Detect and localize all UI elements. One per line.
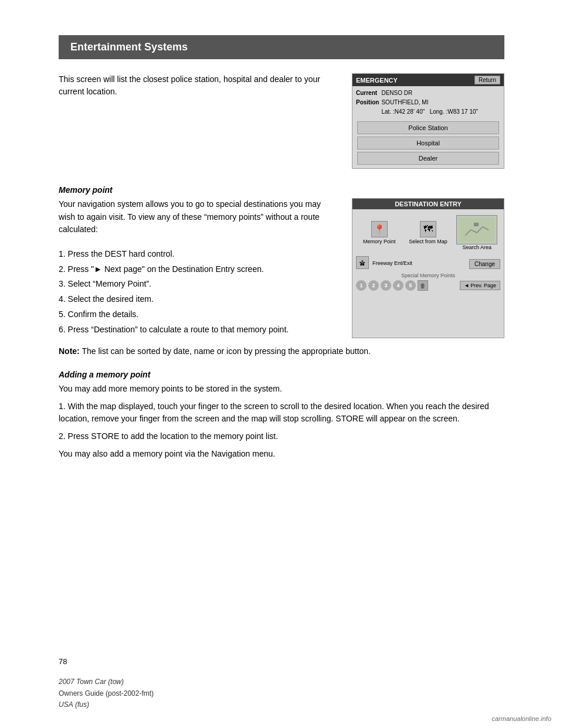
footer-country-italic: (fus) (75, 700, 89, 709)
position-label: Position (356, 98, 381, 107)
footer-line3: USA (fus) (59, 699, 504, 710)
intro-section: This screen will list the closest police… (59, 73, 504, 169)
dest-screen-title: DESTINATION ENTRY (352, 199, 504, 209)
map-svg (459, 218, 494, 241)
header-title: Entertainment Systems (70, 41, 188, 53)
step-6: 6. Press “Destination” to calculate a ro… (59, 324, 338, 336)
footer-car-model-italic: (tow) (108, 678, 124, 686)
lat-value: Lat. :N42 28' 40" (381, 108, 425, 115)
destination-entry-screen: DESTINATION ENTRY 📍 Memory Point 🗺 Selec… (352, 198, 504, 338)
dest-memory-point: 📍 Memory Point (356, 213, 402, 253)
footer-info: 2007 Town Car (tow) Owners Guide (post-2… (59, 676, 504, 710)
memory-point-title: Memory point (59, 185, 504, 195)
select-from-map-icon: 🗺 (420, 221, 436, 237)
memory-steps-text: Your navigation system allows you to go … (59, 198, 338, 338)
emergency-return-button[interactable]: Return (474, 76, 500, 84)
memory-icon-1: 1 (356, 280, 367, 291)
memory-icon-5: 5 (405, 280, 416, 291)
dest-screen-body: 📍 Memory Point 🗺 Select from Map (352, 209, 504, 297)
step-1: 1. Press the DEST hard control. (59, 248, 338, 261)
adding-title: Adding a memory point (59, 370, 504, 379)
step-4: 4. Select the desired item. (59, 293, 338, 306)
adding-step1: 1. With the map displayed, touch your fi… (59, 400, 504, 426)
memory-description: Your navigation system allows you to go … (59, 198, 338, 236)
section-header: Entertainment Systems (59, 35, 504, 59)
prev-arrow-icon: ◄ (464, 283, 469, 288)
adding-memory-section: Adding a memory point You may add more m… (59, 370, 504, 460)
footer-country: USA (59, 700, 73, 709)
dealer-button[interactable]: Dealer (357, 152, 499, 165)
dest-options-grid: 📍 Memory Point 🗺 Select from Map (356, 213, 500, 253)
adding-step3: You may also add a memory point via the … (59, 448, 504, 461)
footer-car-model: 2007 Town Car (59, 678, 106, 686)
special-memory-label: Special Memory Points (356, 273, 500, 278)
prev-page-button[interactable]: ◄ Prev. Page (460, 281, 500, 290)
note-label: Note: (59, 346, 80, 356)
page-number: 78 (59, 657, 504, 666)
memory-content: Your navigation system allows you to go … (59, 198, 504, 338)
footer-line1: 2007 Town Car (tow) (59, 676, 504, 688)
search-area-label: Search Area (463, 244, 492, 250)
trash-icon: 🗑 (418, 280, 428, 291)
map-thumbnail (456, 215, 497, 244)
memory-icon-4: 4 (393, 280, 403, 291)
step-5: 5. Confirm the details. (59, 308, 338, 321)
memory-note: Note: The list can be sorted by date, na… (59, 345, 504, 358)
watermark-text: carmanualonline.info (491, 715, 551, 722)
memory-icon-2: 2 (368, 280, 379, 291)
svg-rect-0 (459, 218, 494, 241)
memory-number-icons-row: 1 2 3 4 5 🗑 ◄ Prev. Page (356, 280, 500, 291)
freeway-row: 🛣 Freeway Ent/Exit Change (356, 256, 500, 270)
emergency-position-info: Current DENSO DR Position SOUTHFIELD, MI… (352, 86, 504, 119)
svg-rect-1 (474, 223, 479, 226)
intro-text: This screen will list the closest police… (59, 73, 338, 169)
page-footer: 78 2007 Town Car (tow) Owners Guide (pos… (59, 657, 504, 710)
police-station-button[interactable]: Police Station (357, 121, 499, 134)
freeway-label: Freeway Ent/Exit (372, 260, 412, 266)
change-button[interactable]: Change (469, 259, 500, 269)
footer-line2: Owners Guide (post-2002-fmt) (59, 688, 504, 699)
step-3: 3. Select “Memory Point”. (59, 278, 338, 291)
address-line2: SOUTHFIELD, MI (381, 98, 480, 107)
intro-paragraph: This screen will list the closest police… (59, 73, 338, 98)
current-label: Current (356, 89, 381, 98)
emergency-screen: EMERGENCY Return Current DENSO DR Positi… (352, 73, 504, 169)
emergency-title: EMERGENCY (356, 77, 398, 84)
long-value: Long. :W83 17 10" (430, 108, 479, 115)
step-2: 2. Press "► Next page" on the Destinatio… (59, 263, 338, 276)
emergency-options: Police Station Hospital Dealer (352, 119, 504, 168)
memory-point-label: Memory Point (363, 239, 396, 244)
memory-point-section: Memory point Your navigation system allo… (59, 185, 504, 358)
emergency-header-bar: EMERGENCY Return (352, 74, 504, 86)
dest-search-area: Search Area (454, 213, 500, 253)
hospital-button[interactable]: Hospital (357, 137, 499, 149)
freeway-icon: 🛣 (356, 256, 369, 269)
watermark: carmanualonline.info (491, 715, 551, 722)
address-line1: DENSO DR (381, 89, 480, 98)
select-from-map-label: Select from Map (409, 239, 447, 244)
memory-icon-3: 3 (381, 280, 391, 291)
adding-description: You may add more memory points to be sto… (59, 383, 504, 396)
prev-page-label: Prev. Page (470, 283, 496, 288)
adding-step2: 2. Press STORE to add the location to th… (59, 430, 504, 443)
dest-select-from-map: 🗺 Select from Map (405, 213, 451, 253)
note-body: The list can be sorted by date, name or … (82, 346, 371, 356)
memory-point-icon: 📍 (371, 221, 388, 237)
